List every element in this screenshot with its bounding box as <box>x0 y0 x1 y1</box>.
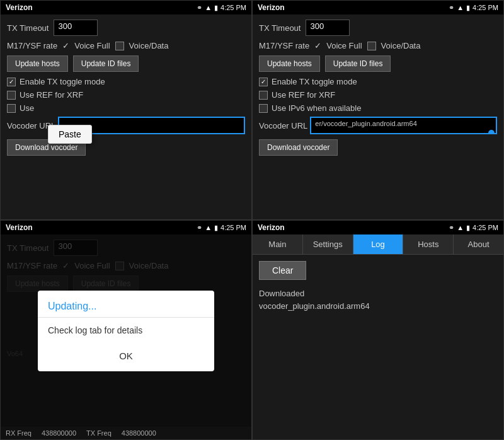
enable-tx-checkbox-1[interactable]: ✓ <box>7 78 16 86</box>
m17-label-1: M17/YSF rate <box>7 41 57 50</box>
panel-bottom-left: Verizon ⚭ ▲ ▮ 4:25 PM TX Timeout 300 M17… <box>0 220 252 440</box>
download-row-1: Download vocoder <box>7 139 245 156</box>
voice-data-checkbox-1[interactable] <box>115 42 124 50</box>
voice-data-checkbox-2[interactable] <box>367 42 376 50</box>
status-bar-3: Verizon ⚭ ▲ ▮ 4:25 PM <box>1 221 251 234</box>
wifi-icon: ▲ <box>205 4 212 11</box>
voice-full-label-1: Voice Full <box>74 41 110 50</box>
battery-icon-2: ▮ <box>466 4 470 12</box>
vocoder-row-1: Vocoder URL <box>7 117 245 134</box>
hosts-id-row-1: Update hosts Update ID files <box>7 55 245 72</box>
m17-label-2: M17/YSF rate <box>259 41 309 50</box>
enable-tx-row-1: ✓ Enable TX toggle mode <box>7 77 245 86</box>
use-ipv6-row-2: Use IPv6 when available <box>259 103 497 113</box>
vocoder-url-input-2[interactable]: er/vocoder_plugin.android.arm64 <box>310 117 497 134</box>
update-hosts-btn-2[interactable]: Update hosts <box>259 55 320 72</box>
use-label-1: Use <box>20 103 34 113</box>
rx-value: 438800000 <box>42 429 76 437</box>
vocoder-row-2: Vocoder URL er/vocoder_plugin.android.ar… <box>259 117 497 134</box>
rx-label: RX Freq <box>6 429 32 437</box>
updating-dialog: Updating... Check log tab for details OK <box>38 291 214 371</box>
status-bar-4: Verizon ⚭ ▲ ▮ 4:25 PM <box>253 221 503 234</box>
dialog-overlay: Updating... Check log tab for details OK <box>1 234 251 427</box>
enable-tx-label-2: Enable TX toggle mode <box>272 77 357 86</box>
log-content: Clear Downloaded vocoder_plugin.android.… <box>253 255 503 439</box>
cursor-dot-2 <box>488 130 495 134</box>
tx-value: 438800000 <box>122 429 156 437</box>
enable-tx-checkbox-2[interactable]: ✓ <box>259 78 268 86</box>
paste-popup[interactable]: Paste <box>48 125 92 144</box>
voice-full-check-1: ✓ <box>62 41 69 50</box>
clear-btn[interactable]: Clear <box>259 261 306 280</box>
time-4: 4:25 PM <box>472 224 498 231</box>
voice-data-label-1: Voice/Data <box>129 41 169 50</box>
battery-icon-3: ▮ <box>214 224 218 232</box>
carrier-2: Verizon <box>258 3 285 12</box>
dialog-btn-row: OK <box>38 343 214 371</box>
use-ipv6-checkbox-2[interactable] <box>259 104 268 113</box>
carrier-1: Verizon <box>6 3 33 12</box>
time-3: 4:25 PM <box>220 224 246 231</box>
status-bar-2: Verizon ⚭ ▲ ▮ 4:25 PM <box>253 1 503 14</box>
time-2: 4:25 PM <box>472 4 498 11</box>
use-ref-row-2: Use REF for XRF <box>259 90 497 100</box>
hosts-id-row-2: Update hosts Update ID files <box>259 55 497 72</box>
dialog-title: Updating... <box>38 291 214 318</box>
use-ref-label-1: Use REF for XRF <box>20 90 83 100</box>
panel1-content: TX Timeout 300 M17/YSF rate ✓ Voice Full… <box>1 14 251 219</box>
status-bar-1: Verizon ⚭ ▲ ▮ 4:25 PM <box>1 1 251 14</box>
vocoder-url-label-2: Vocoder URL <box>259 121 307 130</box>
m17-row-1: M17/YSF rate ✓ Voice Full Voice/Data <box>7 41 245 50</box>
panel-bottom-right: Verizon ⚭ ▲ ▮ 4:25 PM Main Settings Log … <box>252 220 504 440</box>
tab-log[interactable]: Log <box>353 234 404 254</box>
update-id-btn-1[interactable]: Update ID files <box>73 55 139 72</box>
tx-timeout-row-2: TX Timeout 300 <box>259 20 497 36</box>
status-icons-2: ⚭ ▲ ▮ 4:25 PM <box>449 4 498 12</box>
panel3-content: TX Timeout 300 M17/YSF rate ✓ Voice Full… <box>1 234 251 427</box>
tx-label: TX Freq <box>86 429 112 437</box>
dialog-body: Check log tab for details <box>38 318 214 343</box>
panel2-content: TX Timeout 300 M17/YSF rate ✓ Voice Full… <box>253 14 503 219</box>
tab-settings[interactable]: Settings <box>303 234 353 254</box>
tab-about[interactable]: About <box>454 234 503 254</box>
download-row-2: Download vocoder <box>259 139 497 156</box>
tx-timeout-input-2[interactable]: 300 <box>306 20 350 36</box>
carrier-4: Verizon <box>258 223 285 232</box>
tx-timeout-input-1[interactable]: 300 <box>54 20 98 36</box>
battery-icon-4: ▮ <box>466 224 470 232</box>
tx-timeout-label-1: TX Timeout <box>7 23 49 33</box>
update-id-btn-2[interactable]: Update ID files <box>325 55 391 72</box>
panel-top-left: Verizon ⚭ ▲ ▮ 4:25 PM TX Timeout 300 M17… <box>0 0 252 220</box>
tx-timeout-label-2: TX Timeout <box>259 23 301 33</box>
vocoder-url-value-2: er/vocoder_plugin.android.arm64 <box>315 120 416 127</box>
voice-full-label-2: Voice Full <box>326 41 362 50</box>
tx-timeout-row-1: TX Timeout 300 <box>7 20 245 36</box>
voice-data-label-2: Voice/Data <box>381 41 421 50</box>
voice-full-check-2: ✓ <box>314 41 321 50</box>
wifi-icon-4: ▲ <box>457 224 464 231</box>
dialog-ok-btn[interactable]: OK <box>109 348 143 364</box>
update-hosts-btn-1[interactable]: Update hosts <box>7 55 68 72</box>
enable-tx-row-2: ✓ Enable TX toggle mode <box>259 77 497 86</box>
tab-hosts[interactable]: Hosts <box>403 234 454 254</box>
use-ref-label-2: Use REF for XRF <box>272 90 335 100</box>
use-ref-checkbox-2[interactable] <box>259 91 268 100</box>
status-icons-1: ⚭ ▲ ▮ 4:25 PM <box>197 4 246 12</box>
use-ref-row-1: Use REF for XRF <box>7 90 245 100</box>
m17-row-2: M17/YSF rate ✓ Voice Full Voice/Data <box>259 41 497 50</box>
use-ipv6-checkbox-1[interactable] <box>7 104 16 113</box>
tab-main[interactable]: Main <box>253 234 303 254</box>
wifi-icon-2: ▲ <box>457 4 464 11</box>
battery-icon: ▮ <box>214 4 218 12</box>
use-ref-checkbox-1[interactable] <box>7 91 16 100</box>
tab-bar: Main Settings Log Hosts About <box>253 234 503 255</box>
use-ipv6-row-1: Use <box>7 103 245 113</box>
bluetooth-icon-2: ⚭ <box>449 4 454 12</box>
log-text: Downloaded vocoder_plugin.android.arm64 <box>259 287 497 312</box>
download-vocoder-btn-2[interactable]: Download vocoder <box>259 139 338 156</box>
status-icons-4: ⚭ ▲ ▮ 4:25 PM <box>449 224 498 232</box>
bluetooth-icon: ⚭ <box>197 4 202 12</box>
time-1: 4:25 PM <box>220 4 246 11</box>
bottom-bar-3: RX Freq 438800000 TX Freq 438800000 <box>1 427 251 439</box>
carrier-3: Verizon <box>6 223 33 232</box>
